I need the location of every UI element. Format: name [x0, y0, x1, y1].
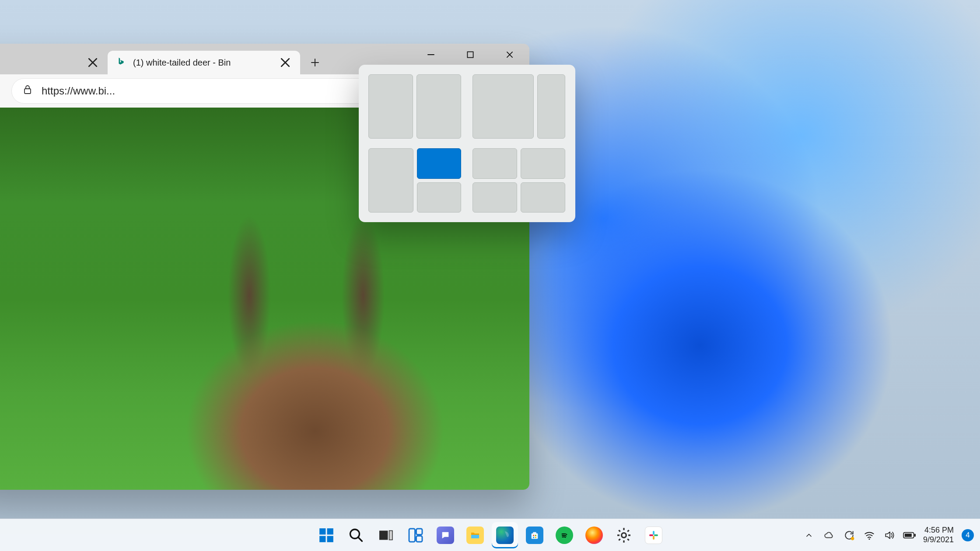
snap-layout-quad[interactable] [472, 148, 565, 213]
snap-zone-selected[interactable] [417, 148, 461, 179]
snap-zone[interactable] [521, 182, 565, 213]
svg-rect-25 [653, 536, 654, 540]
search-button[interactable] [343, 522, 369, 548]
svg-point-28 [868, 538, 870, 540]
snap-zone[interactable] [472, 148, 517, 179]
svg-rect-26 [649, 534, 653, 536]
taskbar-date: 9/9/2021 [923, 535, 954, 545]
start-button[interactable] [313, 522, 340, 548]
svg-rect-20 [533, 537, 534, 538]
slack-button[interactable] [640, 522, 667, 548]
spotify-button[interactable] [551, 522, 578, 548]
new-tab-button[interactable] [303, 51, 327, 74]
svg-rect-5 [319, 528, 326, 534]
svg-rect-30 [914, 534, 916, 536]
svg-rect-13 [416, 529, 423, 535]
svg-point-22 [622, 533, 626, 537]
tab-title: (1) white-tailed deer - Bin [133, 58, 272, 68]
wifi-tray-icon[interactable] [860, 524, 878, 547]
svg-rect-15 [471, 535, 479, 538]
notification-count: 4 [966, 531, 970, 540]
svg-rect-24 [654, 534, 658, 536]
close-tab-icon[interactable] [279, 56, 291, 69]
edge-button[interactable] [492, 522, 518, 548]
snap-layout-left-plus-stack[interactable] [368, 148, 461, 213]
microsoft-store-button[interactable] [522, 522, 548, 548]
snap-zone[interactable] [472, 74, 534, 139]
tray-overflow-icon[interactable] [800, 524, 818, 547]
taskbar-clock[interactable]: 4:56 PM 9/9/2021 [920, 526, 956, 544]
settings-button[interactable] [611, 522, 637, 548]
widgets-button[interactable] [402, 522, 429, 548]
snap-zone[interactable] [368, 74, 413, 139]
snap-zone[interactable] [472, 182, 517, 213]
snap-zone[interactable] [521, 148, 565, 179]
firefox-button[interactable] [581, 522, 607, 548]
notification-center-badge[interactable]: 4 [962, 529, 974, 541]
svg-rect-19 [535, 535, 536, 536]
svg-rect-18 [533, 535, 534, 536]
svg-rect-16 [532, 533, 538, 539]
windows-update-tray-icon[interactable] [840, 524, 858, 547]
svg-rect-31 [905, 534, 912, 537]
svg-rect-7 [319, 536, 326, 542]
snap-layout-split-7030[interactable] [472, 74, 565, 139]
svg-rect-23 [653, 531, 654, 535]
address-url: https://www.bi... [42, 85, 407, 97]
battery-tray-icon[interactable] [900, 524, 919, 547]
close-window-button[interactable] [490, 44, 529, 66]
taskbar: 4:56 PM 9/9/2021 4 [0, 519, 980, 551]
svg-point-27 [851, 537, 854, 540]
svg-rect-14 [416, 536, 423, 542]
svg-rect-0 [467, 52, 473, 57]
refresh-button[interactable] [0, 80, 5, 102]
snap-zone[interactable] [368, 148, 413, 213]
svg-rect-10 [379, 530, 388, 540]
snap-zone[interactable] [416, 74, 461, 139]
browser-tab-active[interactable]: (1) white-tailed deer - Bin [108, 51, 300, 74]
close-tab-icon[interactable] [87, 56, 99, 69]
task-view-button[interactable] [373, 522, 399, 548]
snap-zone[interactable] [417, 182, 461, 213]
bing-favicon [116, 57, 126, 69]
volume-tray-icon[interactable] [880, 524, 899, 547]
svg-rect-21 [535, 537, 536, 538]
svg-rect-6 [327, 528, 333, 534]
maximize-button[interactable] [451, 44, 490, 66]
svg-rect-1 [24, 89, 31, 94]
onedrive-tray-icon[interactable] [820, 524, 838, 547]
snap-layout-split-half[interactable] [368, 74, 461, 139]
chat-button[interactable] [432, 522, 458, 548]
minimize-button[interactable] [411, 44, 451, 66]
site-info-lock-icon[interactable] [22, 84, 33, 98]
file-explorer-button[interactable] [462, 522, 488, 548]
svg-rect-11 [389, 530, 393, 540]
svg-rect-17 [533, 532, 536, 534]
svg-rect-8 [327, 536, 333, 542]
snap-zone[interactable] [537, 74, 566, 139]
taskbar-time: 4:56 PM [923, 526, 954, 535]
svg-rect-12 [409, 529, 415, 542]
snap-layouts-flyout [359, 65, 575, 222]
browser-tab[interactable]: tab [0, 51, 108, 74]
window-controls [411, 44, 529, 66]
